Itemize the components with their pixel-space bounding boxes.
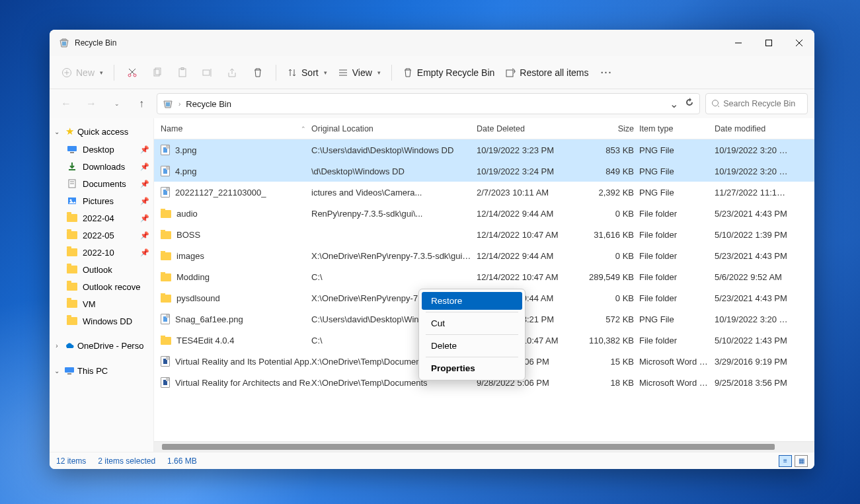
file-row[interactable]: 3.pngC:\Users\david\Desktop\Windows DD10… (154, 139, 814, 161)
cell-date-deleted: 10/19/2022 3:24 PM (477, 166, 584, 176)
column-item-type[interactable]: Item type (639, 124, 715, 133)
menu-separator (426, 312, 518, 312)
sort-indicator-icon: ⌃ (301, 126, 306, 132)
address-bar[interactable]: › Recycle Bin ⌄ (157, 93, 700, 114)
dropdown-button[interactable]: ⌄ (670, 98, 678, 110)
minimize-button[interactable] (723, 30, 754, 56)
svg-point-8 (134, 74, 136, 77)
back-button[interactable]: ← (56, 94, 76, 114)
cell-name: Modding (161, 272, 311, 282)
cell-original-location: X:\OneDrive\RenPy\renpy-7.3.5-sdk\gui\..… (311, 251, 477, 261)
context-cut[interactable]: Cut (422, 314, 522, 332)
file-row[interactable]: 4.png\d\Desktop\Windows DD10/19/2022 3:2… (154, 161, 814, 182)
sidebar-item[interactable]: 2022-05📌 (50, 227, 153, 244)
svg-line-9 (130, 69, 136, 74)
cell-name: 20221127_221103000_ (161, 187, 311, 198)
status-selection-size: 1.66 MB (167, 456, 197, 466)
file-row[interactable]: 20221127_221103000_ictures and Videos\Ca… (154, 182, 814, 203)
column-date-modified[interactable]: Date modified (715, 124, 795, 133)
collapse-icon: ⌄ (52, 128, 61, 135)
chevron-down-icon: ▾ (377, 69, 381, 76)
column-original-location[interactable]: Original Location (311, 124, 477, 133)
sort-button[interactable]: Sort ▾ (283, 61, 331, 84)
quick-access-group[interactable]: ⌄ ★ Quick access (50, 122, 153, 141)
image-file-icon (161, 314, 170, 324)
sidebar-item-label: VM (83, 299, 96, 309)
cell-original-location: \d\Desktop\Windows DD (311, 166, 477, 176)
sidebar-item-label: Downloads (83, 162, 125, 172)
sidebar-item[interactable]: Outlook (50, 261, 153, 278)
search-input[interactable] (723, 99, 802, 108)
more-button[interactable]: ··· (596, 61, 618, 84)
horizontal-scrollbar[interactable] (154, 441, 814, 452)
empty-recycle-bin-button[interactable]: Empty Recycle Bin (399, 61, 498, 84)
close-button[interactable] (784, 30, 814, 56)
breadcrumb-location[interactable]: Recycle Bin (186, 99, 231, 109)
cell-date-deleted: 12/14/2022 9:44 AM (477, 251, 584, 261)
maximize-button[interactable] (754, 30, 784, 56)
delete-button[interactable] (247, 61, 269, 84)
image-file-icon (161, 145, 170, 155)
icons-view-toggle[interactable]: ▦ (795, 455, 808, 467)
folder-icon (67, 213, 77, 223)
sidebar-item[interactable]: Windows DD (50, 312, 153, 330)
search-box[interactable] (705, 93, 808, 114)
up-button[interactable]: ↑ (132, 94, 151, 114)
sidebar-item[interactable]: 2022-10📌 (50, 244, 153, 261)
column-date-deleted[interactable]: Date Deleted (477, 124, 584, 133)
titlebar[interactable]: Recycle Bin (50, 30, 814, 56)
view-button[interactable]: View ▾ (334, 61, 385, 84)
paste-button[interactable] (171, 61, 194, 84)
sidebar-item[interactable]: Downloads📌 (50, 158, 153, 175)
file-row[interactable]: BOSS12/14/2022 10:47 AM31,616 KBFile fol… (154, 224, 814, 245)
navigation-pane[interactable]: ⌄ ★ Quick access Desktop📌Downloads📌Docum… (50, 118, 154, 452)
recent-locations-button[interactable]: ⌄ (106, 94, 126, 114)
window-controls (723, 30, 814, 56)
folder-icon (67, 247, 77, 258)
sidebar-item-label: Desktop (83, 145, 114, 155)
scrollbar-thumb[interactable] (162, 444, 775, 450)
cell-item-type: File folder (639, 336, 715, 345)
cell-date-modified: 10/19/2022 3:20 PM (715, 145, 795, 155)
refresh-button[interactable] (685, 98, 694, 110)
column-name[interactable]: Name⌃ (161, 124, 311, 133)
sidebar-item-label: 2022-04 (83, 213, 114, 223)
pin-icon: 📌 (140, 180, 149, 188)
context-properties[interactable]: Properties (422, 359, 522, 377)
sidebar-item[interactable]: Outlook recove (50, 278, 153, 295)
cell-size: 18 KB (584, 378, 639, 388)
sidebar-item[interactable]: 2022-04📌 (50, 209, 153, 227)
forward-button[interactable]: → (81, 94, 101, 114)
rename-button[interactable] (196, 61, 219, 84)
sidebar-item[interactable]: Pictures📌 (50, 192, 153, 209)
this-pc-group[interactable]: ⌄ This PC (50, 361, 153, 380)
desktop-icon (67, 144, 77, 155)
file-row[interactable]: ModdingC:\12/14/2022 10:47 AM289,549 KBF… (154, 266, 814, 287)
svg-point-7 (128, 74, 131, 77)
sidebar-item[interactable]: VM (50, 295, 153, 312)
context-restore[interactable]: Restore (422, 292, 522, 310)
cell-name: Virtual Reality and Its Potential App... (161, 356, 311, 367)
restore-all-button[interactable]: Restore all items (501, 61, 592, 84)
sidebar-item[interactable]: Desktop📌 (50, 141, 153, 158)
cut-button[interactable] (121, 61, 143, 84)
context-delete[interactable]: Delete (422, 337, 522, 355)
column-size[interactable]: Size (584, 124, 639, 133)
sort-icon (287, 67, 297, 78)
share-button[interactable] (221, 61, 244, 84)
cell-name: images (161, 251, 311, 261)
cell-item-type: File folder (639, 272, 715, 282)
chevron-down-icon: ▾ (100, 69, 103, 76)
file-row[interactable]: imagesX:\OneDrive\RenPy\renpy-7.3.5-sdk\… (154, 245, 814, 266)
sidebar-item-label: Outlook (83, 265, 112, 275)
onedrive-group[interactable]: › OneDrive - Perso (50, 336, 153, 355)
new-button[interactable]: New ▾ (58, 61, 107, 84)
details-view-toggle[interactable]: ≡ (779, 455, 792, 467)
sidebar-item[interactable]: Documents📌 (50, 175, 153, 192)
cell-size: 289,549 KB (584, 272, 639, 282)
pc-icon (64, 365, 75, 376)
pin-icon: 📌 (140, 231, 149, 240)
copy-button[interactable] (146, 61, 169, 84)
menu-separator (426, 357, 518, 357)
file-row[interactable]: audioRenPy\renpy-7.3.5-sdk\gui\...12/14/… (154, 203, 814, 224)
